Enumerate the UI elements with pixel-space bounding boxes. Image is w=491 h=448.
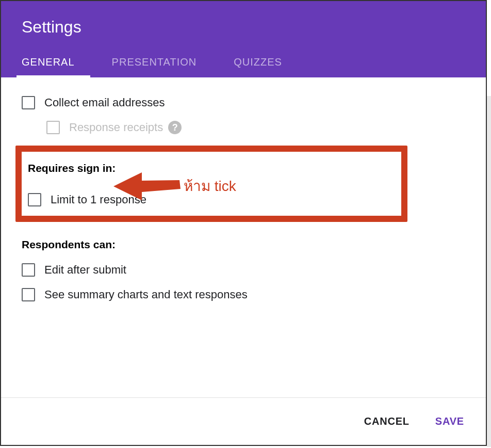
label-edit-after-submit: Edit after submit [44, 263, 126, 277]
checkbox-see-summary[interactable] [22, 288, 35, 301]
option-limit-response: Limit to 1 response [28, 193, 395, 206]
option-collect-email: Collect email addresses [22, 96, 465, 109]
label-collect-email: Collect email addresses [44, 96, 165, 109]
checkbox-response-receipts [46, 121, 60, 134]
section-respondents-can: Respondents can: [22, 238, 465, 251]
label-see-summary: See summary charts and text responses [44, 288, 248, 301]
label-limit-response: Limit to 1 response [51, 193, 146, 206]
dialog-header: Settings GENERAL PRESENTATION QUIZZES [1, 1, 486, 77]
right-shadow [487, 96, 491, 447]
help-icon[interactable]: ? [168, 121, 182, 134]
tab-quizzes[interactable]: QUIZZES [234, 47, 282, 77]
checkbox-limit-response[interactable] [28, 193, 41, 206]
dialog-footer: CANCEL SAVE [1, 397, 486, 445]
annotation-highlight-box: Requires sign in: Limit to 1 response ห้… [15, 146, 407, 222]
option-see-summary: See summary charts and text responses [22, 288, 465, 301]
tab-general[interactable]: GENERAL [22, 47, 75, 77]
tab-presentation[interactable]: PRESENTATION [112, 47, 197, 77]
cancel-button[interactable]: CANCEL [363, 412, 411, 430]
checkbox-collect-email[interactable] [22, 96, 35, 109]
save-button[interactable]: SAVE [434, 412, 465, 430]
option-response-receipts: Response receipts ? [46, 121, 465, 134]
checkbox-edit-after-submit[interactable] [22, 263, 35, 277]
label-response-receipts: Response receipts [69, 121, 163, 134]
option-edit-after-submit: Edit after submit [22, 263, 465, 277]
tabs-bar: GENERAL PRESENTATION QUIZZES [1, 47, 486, 77]
dialog-content: Collect email addresses Response receipt… [1, 77, 486, 397]
dialog-title: Settings [1, 1, 486, 47]
section-requires-signin: Requires sign in: [28, 162, 395, 174]
settings-dialog: Settings GENERAL PRESENTATION QUIZZES Co… [0, 0, 487, 446]
